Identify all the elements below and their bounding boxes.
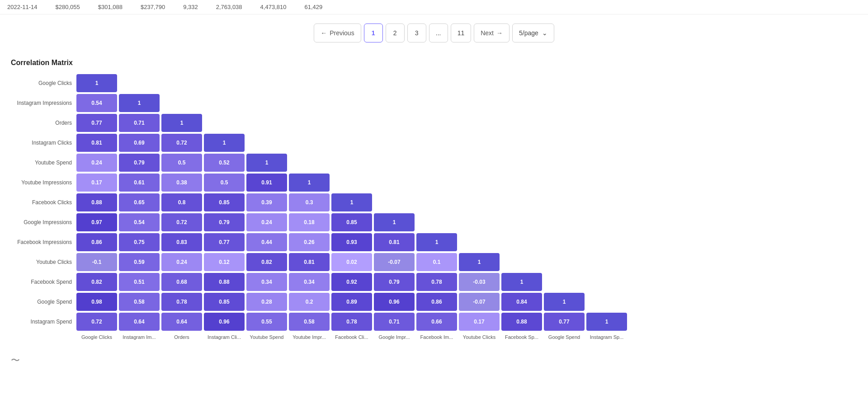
matrix-cell: 0.64 xyxy=(161,313,202,331)
matrix-cell: 0.71 xyxy=(119,114,160,132)
matrix-cell: 0.77 xyxy=(76,114,117,132)
matrix-cell: 0.88 xyxy=(204,273,245,291)
matrix-cell: 0.17 xyxy=(76,174,117,192)
matrix-cell: 0.34 xyxy=(246,273,287,291)
col7-cell: 61,429 xyxy=(304,4,322,10)
matrix-cell: 0.02 xyxy=(331,253,372,271)
matrix-row: Youtube Impressions0.170.610.380.50.911 xyxy=(11,174,857,192)
row-label: Youtube Spend xyxy=(11,160,76,166)
page-3-button[interactable]: 3 xyxy=(407,23,426,42)
matrix-cell: 0.78 xyxy=(161,293,202,311)
matrix-cell: 0.52 xyxy=(204,154,245,172)
matrix-row: Instagram Impressions0.541 xyxy=(11,94,857,112)
col-label-spacer xyxy=(11,334,76,340)
matrix-cell: 0.1 xyxy=(416,253,457,271)
matrix-cell: 1 xyxy=(416,233,457,251)
col-label: Orders xyxy=(161,334,202,340)
matrix-cell: 0.81 xyxy=(374,233,415,251)
row-label: Instagram Clicks xyxy=(11,140,76,146)
matrix-cell: 0.92 xyxy=(331,273,372,291)
matrix-cell: 1 xyxy=(161,114,202,132)
col-label: Facebook Im... xyxy=(416,334,457,340)
page-11-button[interactable]: 11 xyxy=(451,23,472,42)
matrix-cell: 0.26 xyxy=(289,233,330,251)
matrix-cell: 0.79 xyxy=(204,213,245,231)
matrix-cell: 0.75 xyxy=(119,233,160,251)
matrix-container: Google Clicks1Instagram Impressions0.541… xyxy=(11,74,857,340)
matrix-cell: 1 xyxy=(119,94,160,112)
matrix-row: Orders0.770.711 xyxy=(11,114,857,132)
pagination-container: ← Previous 1 2 3 ... 11 Next → 5/page ⌄ xyxy=(0,14,868,53)
matrix-cell: 0.86 xyxy=(76,233,117,251)
prev-button[interactable]: ← Previous xyxy=(314,23,361,42)
col-label: Google Spend xyxy=(544,334,585,340)
col6-cell: 4,473,810 xyxy=(260,4,287,10)
matrix-cell: 0.17 xyxy=(459,313,500,331)
matrix-cell: 1 xyxy=(501,273,542,291)
matrix-cell: 0.24 xyxy=(76,154,117,172)
chevron-down-icon: ⌄ xyxy=(542,29,547,37)
matrix-cell: 1 xyxy=(459,253,500,271)
matrix-cell: 0.54 xyxy=(119,213,160,231)
col-labels-row: Google ClicksInstagram Im...OrdersInstag… xyxy=(11,334,857,340)
matrix-cell: 0.82 xyxy=(246,253,287,271)
bottom-icon-area: 〜 xyxy=(0,351,868,370)
matrix-row: Instagram Clicks0.810.690.721 xyxy=(11,134,857,152)
matrix-cell: 0.28 xyxy=(246,293,287,311)
matrix-cell: 0.98 xyxy=(76,293,117,311)
row-label: Facebook Spend xyxy=(11,279,76,285)
matrix-cell: 0.86 xyxy=(416,293,457,311)
matrix-cell: 0.97 xyxy=(76,213,117,231)
per-page-select[interactable]: 5/page ⌄ xyxy=(512,23,554,42)
matrix-cell: 0.88 xyxy=(501,313,542,331)
matrix-cell: -0.07 xyxy=(459,293,500,311)
matrix-cell: 0.79 xyxy=(374,273,415,291)
matrix-cell: 0.77 xyxy=(544,313,585,331)
matrix-cell: 0.3 xyxy=(289,193,330,211)
matrix-cell: 0.85 xyxy=(204,293,245,311)
next-label: Next xyxy=(481,29,494,37)
matrix-cell: 0.78 xyxy=(331,313,372,331)
matrix-cell: 0.58 xyxy=(119,293,160,311)
matrix-cell: 0.18 xyxy=(289,213,330,231)
col5-cell: 2,763,038 xyxy=(216,4,242,10)
section-title: Correlation Matrix xyxy=(0,53,868,74)
matrix-cell: 0.54 xyxy=(76,94,117,112)
matrix-cell: 0.38 xyxy=(161,174,202,192)
matrix-cell: 0.84 xyxy=(501,293,542,311)
row-label: Youtube Clicks xyxy=(11,259,76,265)
matrix-cell: 0.8 xyxy=(161,193,202,211)
matrix-cell: 0.24 xyxy=(246,213,287,231)
matrix-cell: 0.93 xyxy=(331,233,372,251)
row-label: Google Impressions xyxy=(11,219,76,225)
matrix-cell: -0.03 xyxy=(459,273,500,291)
matrix-cell: 0.71 xyxy=(374,313,415,331)
prev-arrow-icon: ← xyxy=(321,29,327,37)
row-label: Facebook Clicks xyxy=(11,199,76,206)
page-ellipsis-button[interactable]: ... xyxy=(429,23,448,42)
row-label: Instagram Spend xyxy=(11,319,76,325)
matrix-cell: 0.64 xyxy=(119,313,160,331)
matrix-cell: 0.66 xyxy=(416,313,457,331)
page-2-button[interactable]: 2 xyxy=(386,23,405,42)
next-button[interactable]: Next → xyxy=(474,23,509,42)
matrix-cell: -0.07 xyxy=(374,253,415,271)
matrix-cell: 0.77 xyxy=(204,233,245,251)
col-label: Instagram Im... xyxy=(119,334,160,340)
col-label: Facebook Sp... xyxy=(501,334,542,340)
matrix-cell: -0.1 xyxy=(76,253,117,271)
matrix-cell: 1 xyxy=(204,134,245,152)
col3-cell: $237,790 xyxy=(141,4,165,10)
col-label: Youtube Clicks xyxy=(459,334,500,340)
matrix-row: Facebook Clicks0.880.650.80.850.390.31 xyxy=(11,193,857,211)
matrix-cell: 0.81 xyxy=(76,134,117,152)
matrix-cell: 0.79 xyxy=(119,154,160,172)
matrix-row: Facebook Impressions0.860.750.830.770.44… xyxy=(11,233,857,251)
matrix-cell: 0.44 xyxy=(246,233,287,251)
matrix-cell: 0.58 xyxy=(289,313,330,331)
matrix-cell: 0.78 xyxy=(416,273,457,291)
row-label: Google Clicks xyxy=(11,80,76,86)
page-1-button[interactable]: 1 xyxy=(364,23,383,42)
matrix-cell: 0.34 xyxy=(289,273,330,291)
matrix-cell: 1 xyxy=(76,74,117,92)
